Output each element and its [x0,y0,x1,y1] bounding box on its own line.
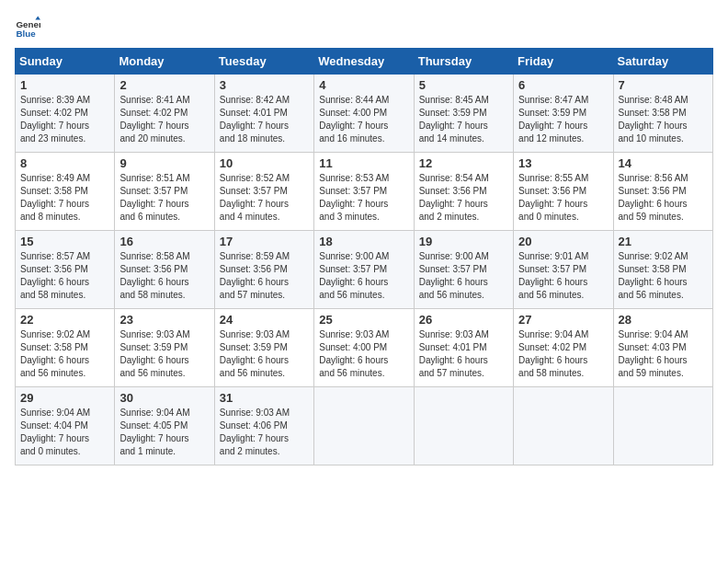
day-number: 22 [20,313,109,327]
day-content: Sunrise: 8:45 AM Sunset: 3:59 PM Dayligh… [419,94,508,145]
day-content: Sunrise: 8:47 AM Sunset: 3:59 PM Dayligh… [518,94,608,145]
day-content: Sunrise: 8:49 AM Sunset: 3:58 PM Dayligh… [20,172,109,224]
day-content: Sunrise: 9:04 AM Sunset: 4:03 PM Dayligh… [619,328,708,380]
calendar-cell [514,387,613,465]
calendar-cell: 16Sunrise: 8:58 AM Sunset: 3:56 PM Dayli… [115,231,214,309]
logo-icon: General Blue [15,15,40,40]
calendar-cell: 3Sunrise: 8:42 AM Sunset: 4:01 PM Daylig… [214,75,313,153]
day-number: 27 [518,313,608,327]
calendar-cell: 8Sunrise: 8:49 AM Sunset: 3:58 PM Daylig… [16,153,115,231]
day-content: Sunrise: 9:00 AM Sunset: 3:57 PM Dayligh… [319,250,408,302]
day-number: 25 [319,313,408,327]
day-content: Sunrise: 8:42 AM Sunset: 4:01 PM Dayligh… [220,94,309,145]
day-content: Sunrise: 8:55 AM Sunset: 3:56 PM Dayligh… [518,172,608,224]
calendar-cell: 19Sunrise: 9:00 AM Sunset: 3:57 PM Dayli… [414,231,513,309]
calendar-cell: 6Sunrise: 8:47 AM Sunset: 3:59 PM Daylig… [514,75,613,153]
day-content: Sunrise: 9:04 AM Sunset: 4:04 PM Dayligh… [20,407,109,458]
calendar-cell [613,387,712,465]
day-content: Sunrise: 9:03 AM Sunset: 4:01 PM Dayligh… [419,328,508,380]
calendar-cell: 9Sunrise: 8:51 AM Sunset: 3:57 PM Daylig… [115,153,214,231]
day-number: 18 [319,235,408,248]
day-content: Sunrise: 9:04 AM Sunset: 4:02 PM Dayligh… [518,328,608,380]
day-content: Sunrise: 8:59 AM Sunset: 3:56 PM Dayligh… [220,250,309,302]
calendar-cell: 4Sunrise: 8:44 AM Sunset: 4:00 PM Daylig… [314,75,414,153]
col-header-tuesday: Tuesday [214,49,313,75]
day-content: Sunrise: 9:03 AM Sunset: 3:59 PM Dayligh… [220,328,309,380]
calendar-cell: 12Sunrise: 8:54 AM Sunset: 3:56 PM Dayli… [414,153,513,231]
day-number: 23 [119,313,209,327]
calendar-cell: 13Sunrise: 8:55 AM Sunset: 3:56 PM Dayli… [514,153,613,231]
day-content: Sunrise: 8:57 AM Sunset: 3:56 PM Dayligh… [20,250,109,302]
day-number: 21 [619,235,708,248]
day-content: Sunrise: 9:03 AM Sunset: 4:06 PM Dayligh… [220,407,309,458]
day-number: 2 [119,78,209,92]
day-number: 15 [20,235,109,248]
day-number: 31 [220,391,309,405]
calendar-cell: 1Sunrise: 8:39 AM Sunset: 4:02 PM Daylig… [16,75,115,153]
day-number: 6 [518,78,608,92]
day-number: 20 [518,235,608,248]
day-content: Sunrise: 8:56 AM Sunset: 3:56 PM Dayligh… [619,172,708,224]
day-content: Sunrise: 9:02 AM Sunset: 3:58 PM Dayligh… [619,250,708,302]
calendar-cell: 22Sunrise: 9:02 AM Sunset: 3:58 PM Dayli… [16,309,115,387]
day-content: Sunrise: 9:04 AM Sunset: 4:05 PM Dayligh… [119,407,209,458]
calendar-cell: 11Sunrise: 8:53 AM Sunset: 3:57 PM Dayli… [314,153,414,231]
calendar-cell: 15Sunrise: 8:57 AM Sunset: 3:56 PM Dayli… [16,231,115,309]
col-header-thursday: Thursday [414,49,513,75]
day-content: Sunrise: 8:54 AM Sunset: 3:56 PM Dayligh… [419,172,508,224]
calendar-cell: 30Sunrise: 9:04 AM Sunset: 4:05 PM Dayli… [115,387,214,465]
day-content: Sunrise: 9:03 AM Sunset: 3:59 PM Dayligh… [119,328,209,380]
day-number: 9 [119,156,209,170]
day-number: 14 [619,156,708,170]
day-number: 30 [119,391,209,405]
calendar-cell: 18Sunrise: 9:00 AM Sunset: 3:57 PM Dayli… [314,231,414,309]
calendar-cell: 14Sunrise: 8:56 AM Sunset: 3:56 PM Dayli… [613,153,712,231]
day-number: 29 [20,391,109,405]
day-number: 1 [20,78,109,92]
calendar-cell [314,387,414,465]
calendar-cell: 20Sunrise: 9:01 AM Sunset: 3:57 PM Dayli… [514,231,613,309]
day-number: 26 [419,313,508,327]
day-content: Sunrise: 8:52 AM Sunset: 3:57 PM Dayligh… [220,172,309,224]
calendar-cell: 17Sunrise: 8:59 AM Sunset: 3:56 PM Dayli… [214,231,313,309]
day-content: Sunrise: 9:02 AM Sunset: 3:58 PM Dayligh… [20,328,109,380]
day-content: Sunrise: 8:53 AM Sunset: 3:57 PM Dayligh… [319,172,408,224]
col-header-wednesday: Wednesday [314,49,414,75]
calendar-cell: 27Sunrise: 9:04 AM Sunset: 4:02 PM Dayli… [514,309,613,387]
calendar-cell: 31Sunrise: 9:03 AM Sunset: 4:06 PM Dayli… [214,387,313,465]
day-number: 16 [119,235,209,248]
day-content: Sunrise: 8:58 AM Sunset: 3:56 PM Dayligh… [119,250,209,302]
logo: General Blue [15,15,44,40]
col-header-friday: Friday [514,49,613,75]
calendar-cell: 28Sunrise: 9:04 AM Sunset: 4:03 PM Dayli… [613,309,712,387]
col-header-sunday: Sunday [16,49,115,75]
day-number: 24 [220,313,309,327]
calendar-cell: 10Sunrise: 8:52 AM Sunset: 3:57 PM Dayli… [214,153,313,231]
day-number: 17 [220,235,309,248]
day-content: Sunrise: 8:48 AM Sunset: 3:58 PM Dayligh… [619,94,708,145]
calendar-cell: 23Sunrise: 9:03 AM Sunset: 3:59 PM Dayli… [115,309,214,387]
day-number: 5 [419,78,508,92]
svg-marker-2 [35,16,40,19]
day-content: Sunrise: 8:44 AM Sunset: 4:00 PM Dayligh… [319,94,408,145]
calendar-cell: 25Sunrise: 9:03 AM Sunset: 4:00 PM Dayli… [314,309,414,387]
day-content: Sunrise: 9:01 AM Sunset: 3:57 PM Dayligh… [518,250,608,302]
day-number: 13 [518,156,608,170]
calendar-cell: 24Sunrise: 9:03 AM Sunset: 3:59 PM Dayli… [214,309,313,387]
calendar-cell: 29Sunrise: 9:04 AM Sunset: 4:04 PM Dayli… [16,387,115,465]
calendar-cell [414,387,513,465]
day-number: 12 [419,156,508,170]
day-number: 8 [20,156,109,170]
day-content: Sunrise: 8:39 AM Sunset: 4:02 PM Dayligh… [20,94,109,145]
day-content: Sunrise: 9:03 AM Sunset: 4:00 PM Dayligh… [319,328,408,380]
svg-text:Blue: Blue [16,29,36,39]
day-content: Sunrise: 9:00 AM Sunset: 3:57 PM Dayligh… [419,250,508,302]
day-number: 7 [619,78,708,92]
day-number: 28 [619,313,708,327]
day-content: Sunrise: 8:41 AM Sunset: 4:02 PM Dayligh… [119,94,209,145]
day-number: 4 [319,78,408,92]
calendar-cell: 2Sunrise: 8:41 AM Sunset: 4:02 PM Daylig… [115,75,214,153]
calendar-cell: 7Sunrise: 8:48 AM Sunset: 3:58 PM Daylig… [613,75,712,153]
day-number: 10 [220,156,309,170]
calendar-cell: 21Sunrise: 9:02 AM Sunset: 3:58 PM Dayli… [613,231,712,309]
